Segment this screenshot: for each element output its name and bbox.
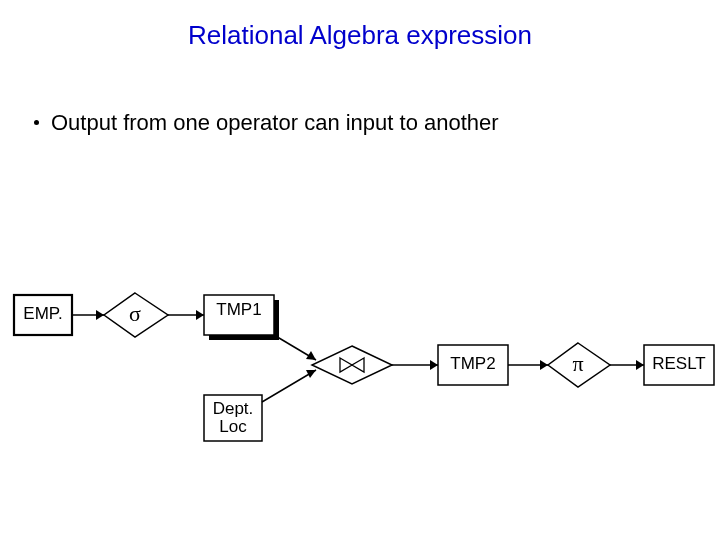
arrow-sigma-tmp1 — [196, 310, 204, 320]
arrow-pi-reslt — [636, 360, 644, 370]
node-deptloc-label1: Dept. — [213, 399, 254, 418]
diagram-canvas: EMP. σ TMP1 Dept. Loc TMP2 π RESLT — [0, 0, 720, 540]
node-tmp1-label: TMP1 — [216, 300, 261, 319]
arrow-join-tmp2 — [430, 360, 438, 370]
node-deptloc-label2: Loc — [219, 417, 247, 436]
edge-deptloc-join — [262, 370, 316, 402]
node-pi-label: π — [572, 351, 583, 376]
node-reslt-label: RESLT — [652, 354, 706, 373]
node-emp-label: EMP. — [23, 304, 62, 323]
node-sigma-label: σ — [129, 301, 141, 326]
node-tmp2-label: TMP2 — [450, 354, 495, 373]
arrow-deptloc-join — [306, 370, 316, 378]
